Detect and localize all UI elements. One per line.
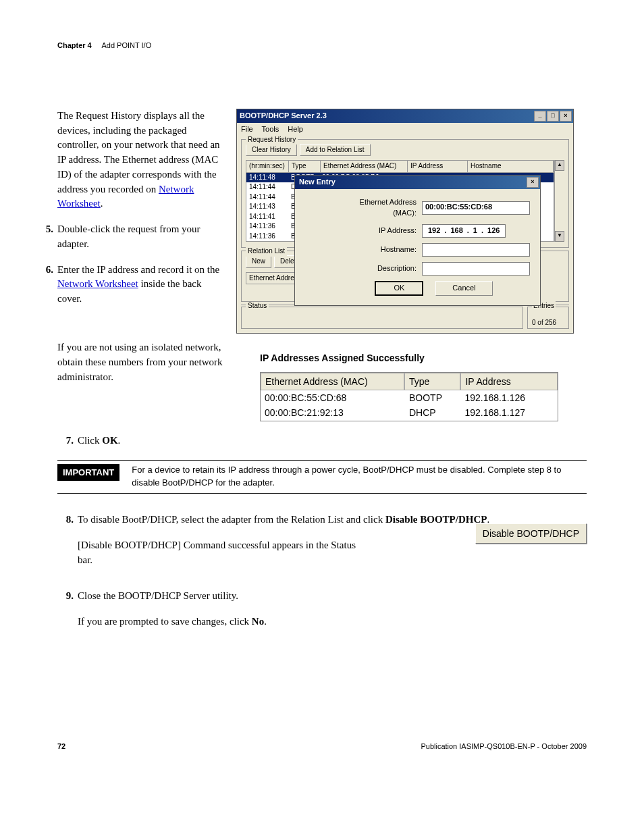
bootp-title: BOOTP/DHCP Server 2.3 (240, 111, 327, 122)
maximize-icon[interactable]: □ (547, 111, 559, 122)
assigned-heading: IP Addresses Assigned Successfully (260, 351, 587, 365)
chapter-number: Chapter 4 (57, 41, 92, 49)
bootp-window: BOOTP/DHCP Server 2.3 _ □ × File Tools H… (236, 109, 574, 334)
important-badge: IMPORTANT (57, 464, 119, 481)
step-8-text: To disable BootP/DHCP, select the adapte… (78, 513, 587, 578)
table-row: 00:00:BC:55:CD:68 BOOTP 192.168.1.126 (261, 390, 558, 405)
col-type: Type (289, 161, 321, 172)
page-header: Chapter 4 Add POINT I/O (57, 41, 587, 51)
page-footer: 72 Publication IASIMP-QS010B-EN-P - Octo… (57, 741, 587, 752)
ip-input[interactable]: 192. 168. 1. 126 (422, 224, 506, 238)
relation-list-label: Relation List (246, 246, 287, 257)
step-6-text: Enter the IP address and record it on th… (57, 263, 223, 307)
step-9-sub: If you are prompted to save changes, cli… (78, 615, 587, 629)
page-number: 72 (57, 741, 65, 752)
step-7-number: 7. (57, 434, 78, 448)
description-label: Description: (336, 263, 422, 274)
scroll-down-icon[interactable]: ▼ (555, 231, 564, 242)
scroll-up-icon[interactable]: ▲ (555, 160, 564, 171)
assigned-table: Ethernet Address (MAC) Type IP Address 0… (260, 372, 558, 421)
col-hostname: Hostname (468, 161, 554, 172)
menu-file[interactable]: File (241, 125, 253, 133)
ip-label: IP Address: (336, 226, 422, 236)
bootp-menubar: File Tools Help (237, 123, 573, 136)
dialog-close-icon[interactable]: × (527, 177, 539, 188)
step-5-text: Double-click the request from your adapt… (57, 222, 223, 252)
important-note: IMPORTANT For a device to retain its IP … (57, 460, 587, 494)
entries-count: 0 of 256 (532, 318, 564, 328)
new-button[interactable]: New (246, 255, 271, 268)
menu-tools[interactable]: Tools (262, 125, 279, 133)
add-to-relation-list-button[interactable]: Add to Relation List (300, 144, 371, 157)
assigned-table-header: Ethernet Address (MAC) Type IP Address (261, 373, 558, 390)
col-type: Type (404, 373, 460, 390)
publication-id: Publication IASIMP-QS010B-EN-P - October… (421, 741, 587, 752)
col-ip: IP Address (408, 161, 468, 172)
ok-button[interactable]: OK (375, 281, 423, 296)
description-input[interactable] (422, 262, 530, 276)
status-label: Status (246, 302, 269, 309)
col-mac: Ethernet Address (MAC) (321, 161, 408, 172)
important-text: For a device to retain its IP address th… (132, 461, 587, 493)
clear-history-button[interactable]: Clear History (246, 144, 297, 157)
step-8-sub: [Disable BOOTP/DHCP] Command successful … (78, 538, 361, 568)
bootp-statusbar: Status Entries 0 of 256 (241, 305, 569, 330)
close-icon[interactable]: × (560, 111, 572, 122)
step-6-number: 6. (37, 263, 57, 307)
isolated-network-note: If you are not using an isolated network… (57, 340, 246, 384)
table-row: 00:00:BC:21:92:13 DHCP 192.168.1.127 (261, 405, 558, 420)
col-time: (hr:min:sec) (246, 161, 289, 172)
chapter-title: Add POINT I/O (101, 41, 151, 49)
disable-bootp-dhcp-button[interactable]: Disable BOOTP/DHCP (475, 523, 587, 544)
bootp-titlebar[interactable]: BOOTP/DHCP Server 2.3 _ □ × (237, 109, 573, 123)
minimize-icon[interactable]: _ (534, 111, 546, 122)
step-9-text: Close the BOOTP/DHCP Server utility. If … (78, 589, 587, 640)
step-7-text: Click OK. (78, 434, 587, 448)
mac-label: Ethernet Address (MAC): (336, 197, 422, 219)
mac-input[interactable]: 00:00:BC:55:CD:68 (422, 201, 530, 215)
menu-help[interactable]: Help (288, 125, 303, 133)
request-history-label: Request History (246, 135, 298, 145)
step-9-number: 9. (57, 589, 78, 640)
dialog-title: New Entry (299, 177, 336, 188)
step-8-number: 8. (57, 513, 78, 578)
request-history-scrollbar[interactable]: ▲ ▼ (554, 160, 564, 242)
network-worksheet-link-2[interactable]: Network Worksheet (57, 278, 138, 289)
cancel-button[interactable]: Cancel (435, 281, 492, 296)
new-entry-dialog: New Entry × Ethernet Address (MAC): 00:0… (294, 175, 541, 306)
col-mac: Ethernet Address (MAC) (261, 373, 404, 390)
request-history-header: (hr:min:sec) Type Ethernet Address (MAC)… (246, 160, 554, 173)
hostname-input[interactable] (422, 243, 530, 257)
col-ip: IP Address (460, 373, 558, 390)
intro-paragraph: The Request History displays all the dev… (57, 109, 223, 211)
step-5-number: 5. (37, 222, 57, 252)
hostname-label: Hostname: (336, 244, 422, 255)
dialog-titlebar[interactable]: New Entry × (295, 176, 540, 189)
